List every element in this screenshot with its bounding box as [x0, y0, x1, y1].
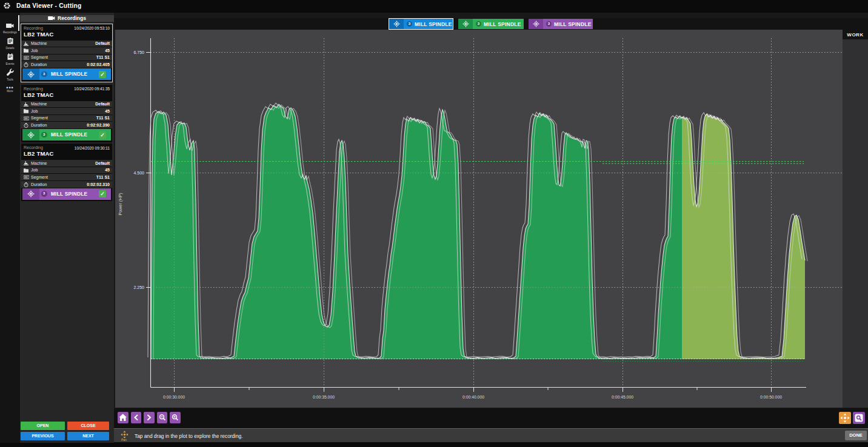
svg-text:WORK: WORK [847, 32, 863, 38]
svg-text:6.750: 6.750 [133, 50, 144, 55]
svg-text:0:00:40.000: 0:00:40.000 [462, 395, 484, 399]
svg-text:0:00:35.000: 0:00:35.000 [313, 395, 335, 399]
svg-text:0:00:50.000: 0:00:50.000 [760, 395, 782, 399]
svg-text:4.500: 4.500 [133, 171, 144, 175]
svg-text:0:00:30.000: 0:00:30.000 [163, 395, 185, 399]
svg-text:Power (HP): Power (HP) [118, 193, 123, 215]
svg-text:0:00:45.000: 0:00:45.000 [612, 395, 633, 399]
svg-text:2.250: 2.250 [133, 285, 144, 290]
